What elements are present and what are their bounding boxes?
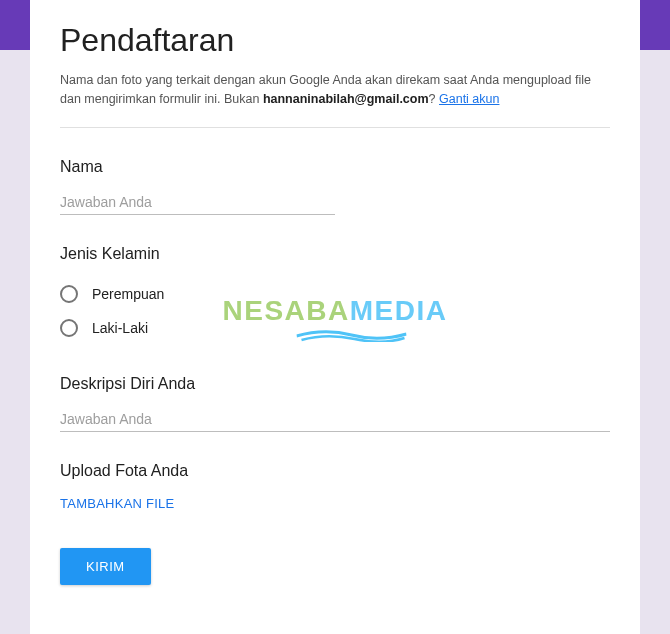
question-gender: Jenis Kelamin Perempuan Laki-Laki xyxy=(60,245,610,345)
radio-label-laki: Laki-Laki xyxy=(92,320,148,336)
disclaimer-q: ? xyxy=(429,92,439,106)
label-gender: Jenis Kelamin xyxy=(60,245,610,263)
add-file-button[interactable]: TAMBAHKAN FILE xyxy=(60,494,175,513)
label-upload: Upload Fota Anda xyxy=(60,462,610,480)
question-nama: Nama xyxy=(60,158,610,215)
switch-account-link[interactable]: Ganti akun xyxy=(439,92,499,106)
form-disclaimer: Nama dan foto yang terkait dengan akun G… xyxy=(60,71,610,128)
radio-icon xyxy=(60,285,78,303)
form-container: Pendaftaran Nama dan foto yang terkait d… xyxy=(30,0,640,634)
radio-option-perempuan[interactable]: Perempuan xyxy=(60,277,610,311)
input-deskripsi[interactable] xyxy=(60,407,610,432)
disclaimer-email: hannaninabilah@gmail.com xyxy=(263,92,429,106)
label-deskripsi: Deskripsi Diri Anda xyxy=(60,375,610,393)
radio-label-perempuan: Perempuan xyxy=(92,286,164,302)
form-title: Pendaftaran xyxy=(60,0,610,71)
radio-group-gender: Perempuan Laki-Laki xyxy=(60,277,610,345)
question-deskripsi: Deskripsi Diri Anda xyxy=(60,375,610,432)
label-nama: Nama xyxy=(60,158,610,176)
radio-icon xyxy=(60,319,78,337)
radio-option-laki[interactable]: Laki-Laki xyxy=(60,311,610,345)
submit-button[interactable]: KIRIM xyxy=(60,548,151,585)
question-upload: Upload Fota Anda TAMBAHKAN FILE xyxy=(60,462,610,513)
input-nama[interactable] xyxy=(60,190,335,215)
